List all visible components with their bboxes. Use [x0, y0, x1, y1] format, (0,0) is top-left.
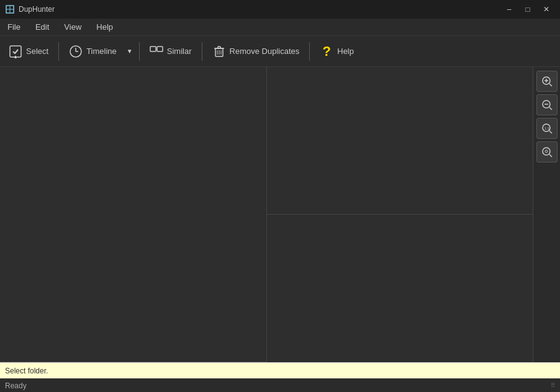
- menu-file[interactable]: File: [0, 20, 28, 34]
- dropdown-arrow-icon: ▼: [127, 48, 133, 55]
- help-label: Help: [337, 47, 354, 56]
- status-hint-text: Select folder.: [5, 367, 48, 375]
- timeline-button[interactable]: Timeline: [63, 39, 123, 64]
- app-icon: [5, 4, 15, 14]
- status-right: ⠿: [551, 382, 555, 389]
- help-button[interactable]: ? Help: [314, 39, 360, 64]
- zoom-in-button[interactable]: [536, 71, 558, 92]
- menu-help[interactable]: Help: [89, 20, 120, 34]
- main-content: 1:1: [0, 67, 560, 362]
- maximize-button[interactable]: □: [519, 1, 536, 18]
- menu-edit[interactable]: Edit: [28, 20, 56, 34]
- remove-duplicates-icon: [212, 45, 226, 58]
- resize-icon: ⠿: [551, 382, 555, 389]
- svg-point-31: [545, 150, 548, 153]
- zoom-controls: 1:1: [533, 67, 560, 362]
- timeline-icon: [69, 45, 83, 58]
- svg-rect-10: [157, 47, 163, 51]
- svg-line-29: [549, 131, 552, 133]
- zoom-1to1-button[interactable]: 1:1: [536, 118, 558, 139]
- status-ready-text: Ready: [5, 381, 27, 390]
- right-bottom-panel: [267, 215, 533, 362]
- similar-icon: [150, 45, 163, 58]
- title-bar: DupHunter – □ ✕: [0, 0, 560, 19]
- svg-marker-5: [14, 57, 17, 58]
- timeline-label: Timeline: [86, 47, 117, 56]
- timeline-dropdown-button[interactable]: ▼: [124, 39, 135, 64]
- select-button[interactable]: Select: [2, 39, 55, 64]
- zoom-fit-button[interactable]: [536, 141, 558, 163]
- select-label: Select: [26, 47, 48, 56]
- right-top-panel: [267, 67, 533, 215]
- svg-line-32: [549, 154, 552, 157]
- status-bar: Ready ⠿: [0, 378, 560, 392]
- svg-line-23: [549, 84, 552, 86]
- toolbar: Select Timeline ▼ Similar: [0, 36, 560, 67]
- remove-duplicates-button[interactable]: Remove Duplicates: [206, 39, 306, 64]
- svg-text:1:1: 1:1: [544, 127, 550, 130]
- svg-point-30: [543, 148, 550, 155]
- title-left: DupHunter: [5, 4, 55, 14]
- similar-label: Similar: [167, 47, 192, 56]
- separator-1: [58, 42, 59, 61]
- separator-3: [202, 42, 202, 61]
- menu-view[interactable]: View: [56, 20, 89, 34]
- similar-button[interactable]: Similar: [143, 39, 198, 64]
- separator-4: [309, 42, 310, 61]
- window-controls: – □ ✕: [500, 1, 555, 18]
- svg-rect-3: [10, 46, 21, 57]
- menu-bar: File Edit View Help: [0, 19, 560, 36]
- status-hint-bar: Select folder.: [0, 362, 560, 378]
- separator-2: [139, 42, 140, 61]
- title-text: DupHunter: [19, 5, 55, 14]
- select-icon: [9, 45, 22, 58]
- help-icon: ?: [320, 45, 333, 58]
- right-panel: 1:1: [267, 67, 560, 362]
- svg-line-26: [549, 107, 552, 110]
- svg-rect-9: [150, 47, 156, 51]
- close-button[interactable]: ✕: [538, 1, 555, 18]
- minimize-button[interactable]: –: [500, 1, 518, 18]
- zoom-out-button[interactable]: [536, 94, 558, 115]
- left-panel: [0, 67, 267, 362]
- remove-duplicates-label: Remove Duplicates: [230, 47, 300, 56]
